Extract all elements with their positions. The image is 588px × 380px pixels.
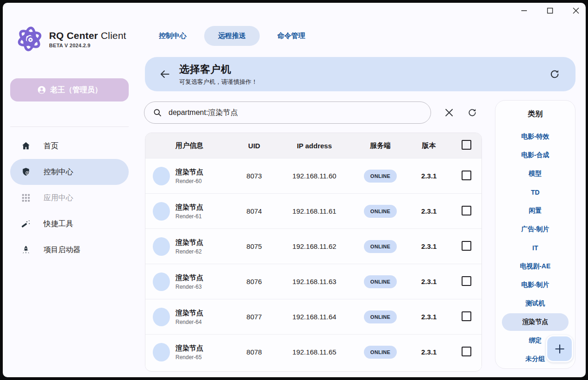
close-button[interactable] <box>569 5 583 17</box>
table-row: 渲染节点Render-628075192.168.11.62ONLINE2.3.… <box>145 228 482 264</box>
maximize-button[interactable] <box>543 5 557 17</box>
back-arrow-icon <box>159 68 171 80</box>
client-uid: 8073 <box>233 172 275 180</box>
client-version: 2.3.1 <box>407 348 451 356</box>
status-badge: ONLINE <box>364 240 397 253</box>
client-avatar <box>153 202 170 221</box>
category-item[interactable]: 闲置 <box>502 202 569 220</box>
refresh-icon <box>549 69 560 80</box>
row-checkbox[interactable] <box>462 276 471 286</box>
category-panel-title: 类别 <box>528 108 543 120</box>
sidebar-item-label: 快捷工具 <box>44 219 73 229</box>
column-header: 服务端 <box>354 141 407 150</box>
client-avatar <box>153 343 170 361</box>
sidebar-item[interactable]: 首页 <box>10 133 129 159</box>
category-item[interactable]: 测试机 <box>502 294 569 313</box>
tab[interactable]: 命令管理 <box>263 26 319 46</box>
back-button[interactable] <box>157 66 173 82</box>
client-version: 2.3.1 <box>407 242 451 250</box>
client-name: 渲染节点 <box>175 168 203 177</box>
sidebar-item-label: 应用中心 <box>44 193 73 203</box>
sidebar-nav: 首页控制中心应用中心快捷工具项目启动器 <box>10 133 129 263</box>
category-item[interactable]: IT <box>502 239 569 257</box>
sidebar-item-label: 项目启动器 <box>44 245 81 255</box>
client-host: Render-62 <box>175 248 203 255</box>
grid-icon <box>20 192 31 203</box>
tab[interactable]: 控制中心 <box>145 26 200 46</box>
table-row: 渲染节点Render-618074192.168.11.61ONLINE2.3.… <box>145 193 482 228</box>
client-ip: 192.168.11.64 <box>275 313 354 321</box>
tab[interactable]: 远程推送 <box>204 26 260 46</box>
panel-subtitle: 可复选客户机，请谨慎操作！ <box>179 78 257 86</box>
select-all-checkbox[interactable] <box>462 140 471 150</box>
window-controls <box>517 5 583 17</box>
category-item[interactable]: 电影-特效 <box>502 127 569 146</box>
row-checkbox[interactable] <box>462 241 471 251</box>
client-host: Render-64 <box>175 319 203 325</box>
search-clear-button[interactable] <box>441 105 457 120</box>
status-badge: ONLINE <box>364 170 397 183</box>
status-badge: ONLINE <box>364 310 397 323</box>
close-icon <box>573 7 579 14</box>
refresh-icon <box>467 108 477 118</box>
category-item[interactable]: 模型 <box>502 165 569 183</box>
user-badge[interactable]: 老王（管理员） <box>10 78 129 101</box>
panel-refresh-button[interactable] <box>548 67 562 81</box>
sidebar-item[interactable]: 控制中心 <box>10 159 129 185</box>
minimize-icon <box>521 7 527 14</box>
client-host: Render-61 <box>175 213 203 220</box>
client-host: Render-63 <box>175 284 203 290</box>
sidebar-item-label: 首页 <box>44 141 58 151</box>
row-checkbox[interactable] <box>462 171 471 180</box>
panel-header: 选择客户机 可复选客户机，请谨慎操作！ <box>145 57 575 91</box>
shield-icon <box>20 166 31 177</box>
add-category-button[interactable] <box>546 335 573 362</box>
plus-icon <box>554 343 566 355</box>
client-host: Render-60 <box>175 178 203 184</box>
search-icon <box>153 108 162 117</box>
client-name: 渲染节点 <box>175 273 203 282</box>
table-row: 渲染节点Render-638076192.168.11.63ONLINE2.3.… <box>145 264 482 299</box>
user-icon <box>37 85 46 95</box>
category-item[interactable]: 电影-制片 <box>502 276 569 294</box>
category-item[interactable]: 广告-制片 <box>502 220 569 239</box>
maximize-icon <box>547 7 553 14</box>
client-ip: 192.168.11.63 <box>275 278 354 285</box>
search-input[interactable] <box>168 108 422 117</box>
category-list: 电影-特效电影-合成模型TD闲置广告-制片IT电视剧-AE电影-制片测试机渲染节… <box>495 127 575 368</box>
sidebar-item[interactable]: 项目启动器 <box>10 237 129 263</box>
row-checkbox[interactable] <box>462 206 471 215</box>
category-item[interactable]: TD <box>502 183 569 202</box>
sidebar-item[interactable]: 应用中心 <box>10 185 129 211</box>
client-name: 渲染节点 <box>175 238 203 247</box>
client-uid: 8074 <box>233 207 275 215</box>
client-host: Render-65 <box>175 354 203 361</box>
panel-title: 选择客户机 <box>179 63 257 76</box>
category-item[interactable]: 电视剧-AE <box>502 257 569 276</box>
app-logo: RQ Center Client BETA V 2024.2.9 <box>15 24 126 54</box>
status-badge: ONLINE <box>364 346 397 359</box>
minimize-button[interactable] <box>517 5 531 17</box>
client-uid: 8075 <box>233 242 275 250</box>
row-checkbox[interactable] <box>462 347 471 356</box>
atom-logo-icon <box>15 24 44 54</box>
client-name: 渲染节点 <box>175 203 203 212</box>
row-checkbox[interactable] <box>462 311 471 321</box>
client-avatar <box>153 272 170 291</box>
status-badge: ONLINE <box>364 275 397 288</box>
category-item[interactable]: 渲染节点 <box>502 313 569 331</box>
search-box[interactable] <box>144 101 431 124</box>
table-row: 渲染节点Render-648077192.168.11.64ONLINE2.3.… <box>145 299 482 334</box>
client-ip: 192.168.11.65 <box>275 348 354 356</box>
sidebar-item[interactable]: 快捷工具 <box>10 211 129 237</box>
client-name: 渲染节点 <box>175 309 203 317</box>
client-ip: 192.168.11.62 <box>275 242 354 250</box>
table-row: 渲染节点Render-658078192.168.11.65ONLINE2.3.… <box>145 334 482 369</box>
search-refresh-button[interactable] <box>464 105 480 120</box>
client-avatar <box>153 237 170 256</box>
column-header: 用户信息 <box>145 141 233 150</box>
category-item[interactable]: 电影-合成 <box>502 146 569 165</box>
app-window: RQ Center Client BETA V 2024.2.9 老王（管理员）… <box>3 3 586 377</box>
client-avatar <box>153 167 170 185</box>
client-table-header: 用户信息UIDIP address服务端版本 <box>145 133 482 158</box>
